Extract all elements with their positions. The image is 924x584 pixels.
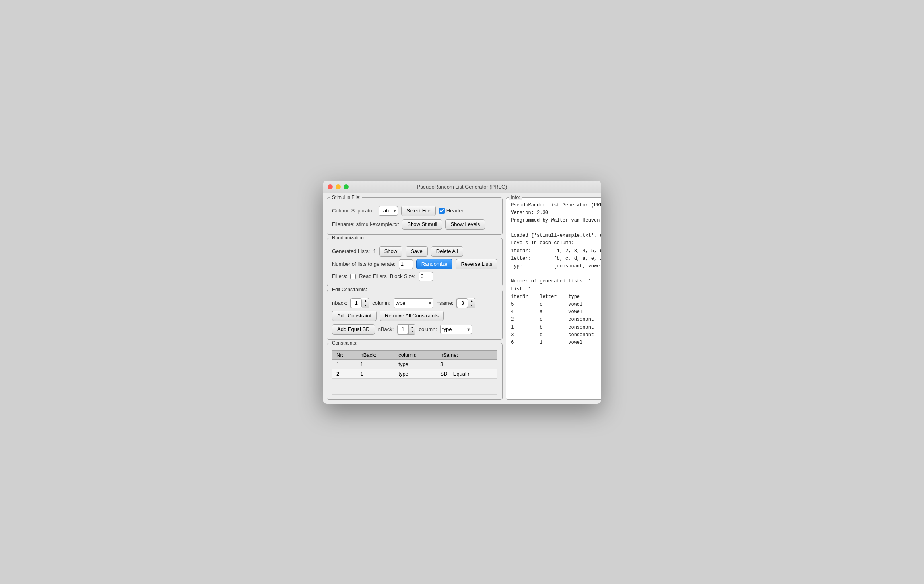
constraints-group: Constraints: Nr: nBack: column: nSame: 1	[327, 343, 503, 400]
table-row-empty	[332, 378, 497, 394]
info-label: Info:	[509, 195, 522, 200]
read-fillers-checkbox[interactable]	[350, 274, 356, 279]
nback-down[interactable]: ▼	[362, 303, 369, 308]
num-lists-label: Number of lists to generate:	[332, 261, 396, 267]
main-window: PseudoRandom List Generator (PRLG) Stimu…	[323, 181, 601, 404]
nback2-down[interactable]: ▼	[409, 329, 415, 334]
generated-lists-value: 1	[373, 248, 376, 254]
close-button[interactable]	[328, 184, 333, 189]
info-content: PseudoRandom List Generator (PRLG) Versi…	[511, 202, 601, 347]
column-separator-select-wrapper: Tab ▼	[379, 206, 398, 216]
show-stimuli-button[interactable]: Show Stimuli	[402, 219, 442, 230]
nsame-stepper: ▲ ▼	[456, 298, 475, 308]
randomization-label: Randomization:	[330, 235, 367, 241]
nback-input[interactable]	[351, 298, 362, 308]
row2-nsame: SD – Equal n	[436, 369, 497, 378]
col-nsame: nSame:	[436, 350, 497, 359]
row1-nr: 1	[332, 359, 356, 369]
save-button[interactable]: Save	[406, 246, 428, 257]
reverse-lists-button[interactable]: Reverse Lists	[456, 259, 497, 269]
stimulus-file-group: Stimulus File: Column Separator: Tab ▼ S…	[327, 197, 503, 235]
nback2-input[interactable]	[397, 325, 408, 334]
edit-constraints-group: Edit Constraints: nback: ▲ ▼ column: typ…	[327, 290, 503, 340]
constraints-table: Nr: nBack: column: nSame: 1 1 type 3	[332, 350, 497, 395]
filename-label: Filename: stimuli-example.txt	[332, 221, 399, 227]
add-constraint-button[interactable]: Add Constraint	[332, 311, 377, 321]
nsame-input[interactable]	[457, 298, 468, 308]
main-content: Stimulus File: Column Separator: Tab ▼ S…	[323, 193, 601, 404]
minimize-button[interactable]	[336, 184, 341, 189]
randomize-button[interactable]: Randomize	[416, 259, 453, 269]
select-file-button[interactable]: Select File	[401, 206, 436, 216]
row2-nback: 1	[356, 369, 394, 378]
nback2-arrows: ▲ ▼	[408, 325, 415, 334]
table-row: 1 1 type 3	[332, 359, 497, 369]
row2-column: type	[394, 369, 436, 378]
column-select[interactable]: type	[394, 298, 433, 308]
nback2-stepper: ▲ ▼	[397, 324, 415, 335]
nsame-label: nsame:	[437, 300, 454, 306]
row2-nr: 2	[332, 369, 356, 378]
left-panel: Stimulus File: Column Separator: Tab ▼ S…	[327, 197, 503, 400]
read-fillers-label: Read Fillers	[359, 273, 386, 279]
column2-label: column:	[419, 326, 437, 332]
col-nback: nBack:	[356, 350, 394, 359]
add-equal-sd-button[interactable]: Add Equal SD	[332, 324, 375, 335]
filename-row: Filename: stimuli-example.txt Show Stimu…	[332, 219, 497, 230]
column2-select-wrapper: type ▼	[440, 325, 472, 334]
generated-lists-label: Generated Lists:	[332, 248, 370, 254]
header-checkbox-row: Header	[439, 208, 464, 214]
header-label: Header	[446, 208, 464, 214]
block-size-input[interactable]	[419, 272, 433, 281]
remove-all-constraints-button[interactable]: Remove All Constraints	[380, 311, 444, 321]
edit-constraints-label: Edit Constraints:	[330, 287, 369, 292]
column-select-wrapper: type ▼	[394, 298, 433, 308]
nback-stepper: ▲ ▼	[350, 298, 369, 308]
window-title: PseudoRandom List Generator (PRLG)	[417, 184, 507, 190]
window-controls	[328, 184, 349, 189]
nsame-up[interactable]: ▲	[468, 299, 475, 303]
nback-label: nback:	[332, 300, 347, 306]
column-label: column:	[372, 300, 390, 306]
nback2-label: nBack:	[378, 326, 394, 332]
constraints-label: Constraints:	[330, 340, 359, 346]
nback-arrows: ▲ ▼	[362, 299, 369, 308]
info-box: Info: PseudoRandom List Generator (PRLG)…	[506, 197, 601, 400]
row1-column: type	[394, 359, 436, 369]
num-lists-input[interactable]	[399, 259, 413, 269]
delete-all-button[interactable]: Delete All	[431, 246, 463, 257]
fillers-label: Fillers:	[332, 273, 347, 279]
row1-nback: 1	[356, 359, 394, 369]
nback2-up[interactable]: ▲	[409, 325, 415, 329]
show-button[interactable]: Show	[379, 246, 403, 257]
column-separator-select[interactable]: Tab	[379, 206, 398, 216]
titlebar: PseudoRandom List Generator (PRLG)	[323, 181, 601, 193]
nback-up[interactable]: ▲	[362, 299, 369, 303]
col-column: column:	[394, 350, 436, 359]
right-panel: Info: PseudoRandom List Generator (PRLG)…	[506, 197, 601, 400]
table-row: 2 1 type SD – Equal n	[332, 369, 497, 378]
row1-nsame: 3	[436, 359, 497, 369]
column-separator-label: Column Separator:	[332, 208, 375, 214]
header-checkbox[interactable]	[439, 208, 445, 214]
stimulus-file-label: Stimulus File:	[330, 195, 362, 200]
block-size-label: Block Size:	[390, 273, 415, 279]
randomization-group: Randomization: Generated Lists: 1 Show S…	[327, 238, 503, 286]
nsame-arrows: ▲ ▼	[468, 299, 475, 308]
column2-select[interactable]: type	[440, 325, 472, 334]
show-levels-button[interactable]: Show Levels	[445, 219, 485, 230]
col-nr: Nr:	[332, 350, 356, 359]
nsame-down[interactable]: ▼	[468, 303, 475, 308]
maximize-button[interactable]	[344, 184, 349, 189]
